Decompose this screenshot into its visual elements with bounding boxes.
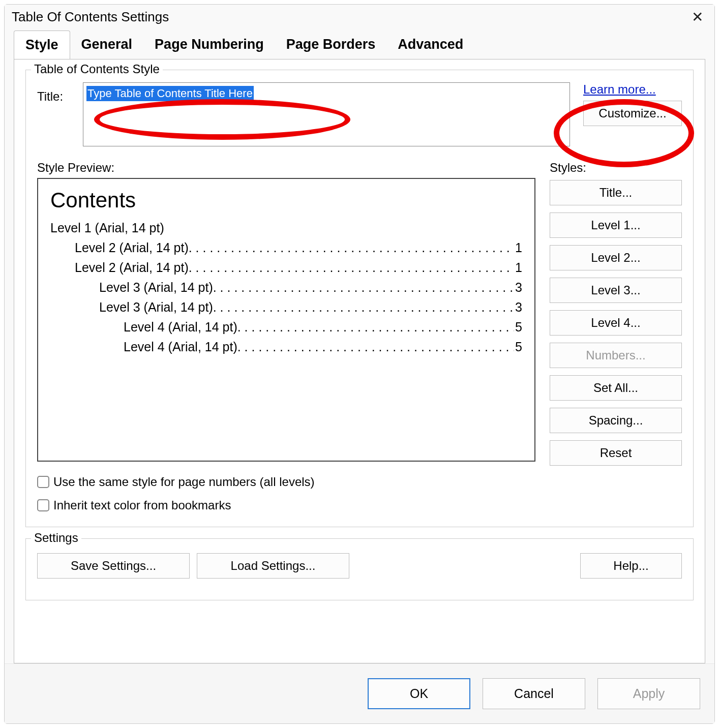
preview-label: Style Preview: bbox=[37, 161, 535, 175]
group-settings: Settings Save Settings... Load Settings.… bbox=[25, 538, 694, 600]
title-input-selected-text: Type Table of Contents Title Here bbox=[86, 86, 254, 101]
tabs: Style General Page Numbering Page Border… bbox=[14, 31, 714, 59]
tab-style[interactable]: Style bbox=[14, 31, 70, 59]
preview-line: Level 4 (Arial, 14 pt) . . . . . . . . .… bbox=[50, 340, 522, 354]
style-numbers-button: Numbers... bbox=[550, 343, 682, 368]
styles-label: Styles: bbox=[550, 161, 682, 175]
title-label: Title: bbox=[37, 82, 83, 104]
customize-button[interactable]: Customize... bbox=[583, 101, 682, 126]
checkbox-same-style[interactable] bbox=[37, 476, 49, 488]
checkbox-inherit-color[interactable] bbox=[37, 499, 49, 511]
style-level3-button[interactable]: Level 3... bbox=[550, 278, 682, 303]
close-icon[interactable]: ✕ bbox=[687, 9, 707, 25]
preview-line: Level 3 (Arial, 14 pt) . . . . . . . . .… bbox=[50, 280, 522, 295]
group-toc-style: Table of Contents Style Title: Type Tabl… bbox=[25, 70, 694, 527]
preview-line: Level 3 (Arial, 14 pt) . . . . . . . . .… bbox=[50, 300, 522, 315]
tab-advanced[interactable]: Advanced bbox=[386, 31, 474, 59]
apply-button: Apply bbox=[597, 678, 700, 709]
help-button[interactable]: Help... bbox=[580, 553, 682, 579]
style-preview: Contents Level 1 (Arial, 14 pt)Level 2 (… bbox=[37, 178, 535, 462]
checkbox-same-style-label: Use the same style for page numbers (all… bbox=[53, 475, 315, 489]
tabpanel-style: Table of Contents Style Title: Type Tabl… bbox=[14, 59, 705, 663]
preview-heading: Contents bbox=[50, 188, 522, 213]
preview-line: Level 2 (Arial, 14 pt) . . . . . . . . .… bbox=[50, 240, 522, 255]
title-input[interactable]: Type Table of Contents Title Here bbox=[83, 82, 570, 146]
preview-line: Level 2 (Arial, 14 pt) . . . . . . . . .… bbox=[50, 260, 522, 275]
style-spacing-button[interactable]: Spacing... bbox=[550, 408, 682, 433]
tab-page-borders[interactable]: Page Borders bbox=[275, 31, 387, 59]
load-settings-button[interactable]: Load Settings... bbox=[197, 553, 349, 579]
style-level1-button[interactable]: Level 1... bbox=[550, 213, 682, 238]
learn-more-link[interactable]: Learn more... bbox=[583, 82, 682, 97]
style-setall-button[interactable]: Set All... bbox=[550, 375, 682, 401]
style-level4-button[interactable]: Level 4... bbox=[550, 310, 682, 336]
cancel-button[interactable]: Cancel bbox=[483, 678, 585, 709]
preview-line: Level 4 (Arial, 14 pt) . . . . . . . . .… bbox=[50, 320, 522, 335]
dialog-buttons: OK Cancel Apply bbox=[5, 663, 714, 723]
group-settings-title: Settings bbox=[31, 531, 81, 545]
group-toc-style-title: Table of Contents Style bbox=[31, 62, 163, 76]
ok-button[interactable]: OK bbox=[368, 678, 470, 709]
tab-page-numbering[interactable]: Page Numbering bbox=[143, 31, 275, 59]
preview-line: Level 1 (Arial, 14 pt) bbox=[50, 221, 522, 235]
dialog-title: Table Of Contents Settings bbox=[12, 9, 169, 25]
save-settings-button[interactable]: Save Settings... bbox=[37, 553, 190, 579]
tab-general[interactable]: General bbox=[70, 31, 144, 59]
style-level2-button[interactable]: Level 2... bbox=[550, 245, 682, 270]
style-reset-button[interactable]: Reset bbox=[550, 440, 682, 466]
toc-settings-dialog: Table Of Contents Settings ✕ Style Gener… bbox=[4, 4, 715, 724]
titlebar: Table Of Contents Settings ✕ bbox=[5, 5, 714, 31]
checkbox-inherit-color-label: Inherit text color from bookmarks bbox=[53, 498, 231, 512]
style-title-button[interactable]: Title... bbox=[550, 180, 682, 205]
